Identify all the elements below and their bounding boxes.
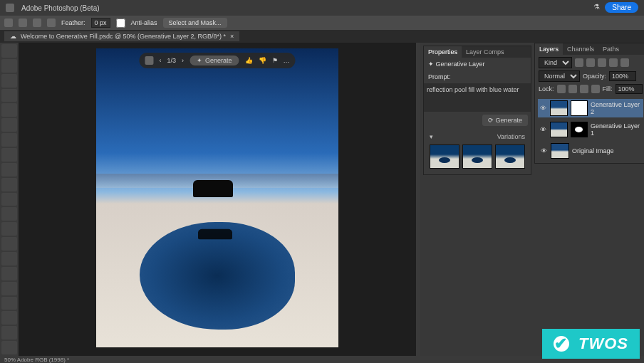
- move-tool[interactable]: [1, 44, 17, 58]
- flag-icon[interactable]: ⚑: [272, 57, 278, 64]
- layer-kind-select[interactable]: Kind: [539, 57, 572, 68]
- layer-name[interactable]: Original Image: [572, 147, 614, 154]
- layer-name[interactable]: Generative Layer 2: [591, 101, 641, 115]
- prompt-label: Prompt:: [424, 70, 531, 83]
- layers-panel: Layers Channels Paths Kind Normal: [534, 43, 644, 164]
- antialias-label: Anti-alias: [131, 19, 157, 26]
- watermark-text: TWOS: [578, 335, 628, 352]
- canvas-content: [198, 229, 232, 239]
- chevron-down-icon[interactable]: ▾: [430, 133, 433, 140]
- lasso-tool[interactable]: [1, 74, 17, 88]
- variation-thumbnail[interactable]: [495, 144, 525, 169]
- document-canvas[interactable]: [96, 48, 338, 347]
- variation-thumbnail[interactable]: [430, 144, 459, 169]
- frame-tool[interactable]: [1, 118, 17, 132]
- visibility-icon[interactable]: 👁: [539, 105, 547, 112]
- blend-mode-select[interactable]: Normal: [539, 70, 580, 82]
- generate-button[interactable]: ✦ Generate: [189, 56, 239, 65]
- lock-all-icon[interactable]: [591, 85, 600, 93]
- tab-paths[interactable]: Paths: [598, 43, 623, 55]
- layer-thumbnail[interactable]: [550, 100, 567, 116]
- visibility-icon[interactable]: 👁: [539, 147, 548, 154]
- visibility-icon[interactable]: 👁: [539, 126, 547, 133]
- prev-variation-button[interactable]: ‹: [159, 57, 161, 64]
- layer-mask-thumbnail[interactable]: [571, 100, 588, 116]
- lock-pixels-icon[interactable]: [568, 85, 577, 93]
- status-text: 50% Adobe RGB (1998) *: [4, 357, 69, 363]
- layer-thumbnail[interactable]: [551, 143, 569, 159]
- lock-transparency-icon[interactable]: [557, 85, 566, 93]
- fill-input[interactable]: [616, 84, 643, 94]
- layer-mask-thumbnail[interactable]: [571, 122, 588, 137]
- document-tab-label: Welcome to Generative Fill.psdc @ 50% (G…: [21, 33, 226, 40]
- layer-name[interactable]: Generative Layer 1: [591, 122, 641, 137]
- crop-tool[interactable]: [1, 103, 17, 117]
- close-icon[interactable]: ×: [230, 33, 234, 40]
- more-icon[interactable]: …: [284, 57, 290, 64]
- feather-input[interactable]: 0 px: [91, 18, 110, 28]
- tab-layers[interactable]: Layers: [535, 43, 563, 55]
- blur-tool[interactable]: [1, 237, 17, 251]
- selection-tool[interactable]: [1, 89, 17, 102]
- stamp-tool[interactable]: [1, 178, 17, 191]
- canvas-content: [193, 180, 233, 197]
- eyedropper-tool[interactable]: [1, 133, 17, 147]
- canvas-area[interactable]: ‹ 1/3 › ✦ Generate 👍 👎 ⚑ …: [19, 43, 416, 356]
- properties-generate-button[interactable]: ⟳ Generate: [482, 115, 528, 126]
- filter-type-icon[interactable]: [598, 58, 606, 67]
- prompt-input[interactable]: reflection pool fill with blue water: [424, 83, 531, 112]
- filter-image-icon[interactable]: [575, 58, 583, 67]
- lock-label: Lock:: [539, 85, 554, 93]
- layer-row[interactable]: 👁 Generative Layer 2: [538, 99, 643, 117]
- shape-tool[interactable]: [1, 311, 17, 325]
- tab-layer-comps[interactable]: Layer Comps: [462, 46, 509, 58]
- gradient-tool[interactable]: [1, 222, 17, 236]
- selection-mode-icon[interactable]: [33, 19, 41, 27]
- brush-tool[interactable]: [1, 163, 17, 177]
- pen-tool[interactable]: [1, 267, 17, 280]
- thumbs-up-icon[interactable]: 👍: [245, 57, 253, 64]
- properties-panel: Properties Layer Comps ✦ Generative Laye…: [423, 46, 531, 175]
- filter-shape-icon[interactable]: [609, 58, 618, 67]
- zoom-tool[interactable]: [1, 341, 17, 354]
- select-and-mask-button[interactable]: Select and Mask...: [163, 18, 227, 28]
- tab-channels[interactable]: Channels: [563, 43, 598, 55]
- thumbs-down-icon[interactable]: 👎: [259, 57, 266, 64]
- opacity-input[interactable]: [609, 71, 636, 81]
- layer-row[interactable]: 👁 Generative Layer 1: [538, 120, 643, 139]
- next-variation-button[interactable]: ›: [182, 57, 184, 64]
- opacity-label: Opacity:: [583, 73, 606, 80]
- home-icon[interactable]: [4, 19, 13, 27]
- fill-label: Fill:: [603, 85, 613, 93]
- dodge-tool[interactable]: [1, 252, 17, 265]
- properties-layer-type: Generative Layer: [436, 60, 485, 68]
- share-button[interactable]: Share: [605, 2, 638, 13]
- app-logo-icon: [6, 4, 14, 12]
- eraser-tool[interactable]: [1, 207, 17, 221]
- lock-position-icon[interactable]: [580, 85, 588, 93]
- refresh-icon: ⟳: [488, 117, 494, 124]
- history-brush-tool[interactable]: [1, 193, 17, 206]
- panels-area: Properties Layer Comps ✦ Generative Laye…: [416, 43, 644, 356]
- flask-icon[interactable]: ⚗: [593, 3, 600, 11]
- antialias-checkbox[interactable]: [116, 19, 125, 28]
- sparkle-icon: ✦: [197, 57, 202, 64]
- filter-adjust-icon[interactable]: [586, 58, 595, 67]
- tool-preset-icon[interactable]: [19, 19, 27, 27]
- filter-smart-icon[interactable]: [620, 58, 629, 67]
- document-tab[interactable]: ☁ Welcome to Generative Fill.psdc @ 50% …: [4, 31, 239, 41]
- cloud-icon: ☁: [10, 33, 16, 40]
- tab-properties[interactable]: Properties: [424, 46, 462, 58]
- marquee-tool[interactable]: [1, 59, 17, 73]
- selection-add-icon[interactable]: [47, 19, 56, 27]
- layer-row[interactable]: 👁 Original Image: [538, 142, 643, 160]
- healing-tool[interactable]: [1, 148, 17, 162]
- hand-tool[interactable]: [1, 326, 17, 340]
- variation-thumbnail[interactable]: [462, 144, 492, 169]
- layer-thumbnail[interactable]: [550, 122, 567, 137]
- generate-label: Generate: [205, 57, 232, 64]
- variations-label: Variations: [497, 133, 525, 140]
- type-tool[interactable]: [1, 282, 17, 295]
- drag-handle-icon[interactable]: [145, 56, 153, 65]
- path-tool[interactable]: [1, 297, 17, 310]
